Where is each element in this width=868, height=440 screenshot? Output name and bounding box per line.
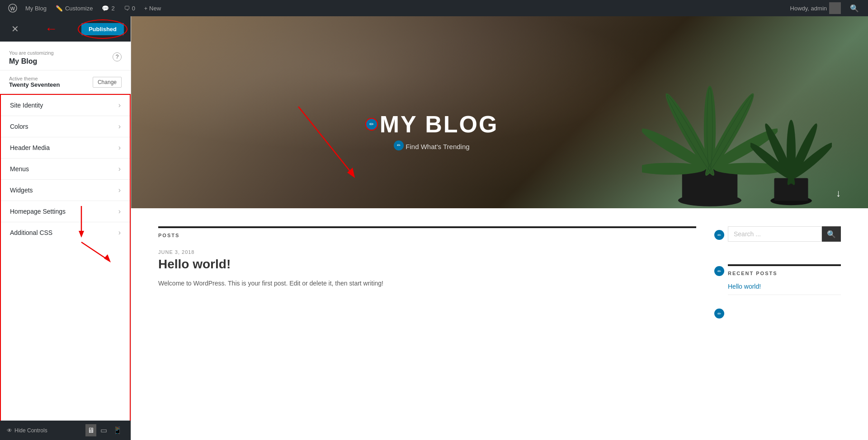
- edit-search-widget-icon[interactable]: ✏: [714, 230, 724, 240]
- theme-info: Active theme Twenty Seventeen: [9, 76, 60, 88]
- publish-btn-wrapper: Published: [81, 23, 124, 35]
- hero-title: MY BLOG: [380, 111, 499, 138]
- post-excerpt: Welcome to WordPress. This is your first…: [158, 278, 696, 288]
- menu-item-header-media[interactable]: Header Media ›: [1, 137, 130, 159]
- sidebar-column: ✏ 🔍 ✏ RECENT POSTS Hello world!: [714, 226, 841, 318]
- post-date: JUNE 3, 2018: [158, 249, 696, 255]
- new-content-link[interactable]: + New: [140, 0, 165, 16]
- post-title[interactable]: Hello world!: [158, 257, 696, 271]
- wp-logo[interactable]: W: [5, 0, 21, 16]
- menu-item-widgets[interactable]: Widgets ›: [1, 180, 130, 201]
- widgets-label: Widgets: [10, 187, 33, 194]
- comment-icon: 💬: [102, 5, 109, 12]
- blog-content-area: POSTS JUNE 3, 2018 Hello world! Welcome …: [131, 208, 868, 337]
- hero-subtitle: Find What's Trending: [406, 143, 469, 150]
- recent-posts-widget: RECENT POSTS Hello world!: [728, 264, 841, 295]
- active-theme-label: Active theme: [9, 76, 60, 81]
- arrow-left-annotation: ←: [45, 22, 57, 36]
- header-media-label: Header Media: [10, 144, 50, 151]
- chevron-right-icon: ›: [118, 229, 121, 237]
- customizer-menu: Site Identity › Colors › Header Media › …: [0, 94, 131, 440]
- preview-content: ✏ MY BLOG ✏ Find What's Trending ↓: [131, 16, 868, 440]
- new-content-label: + New: [144, 5, 161, 12]
- scroll-down-indicator: ↓: [836, 187, 841, 199]
- customize-label: Customize: [65, 5, 93, 12]
- customize-link[interactable]: ✏️ Customize: [51, 0, 97, 16]
- desktop-preview-button[interactable]: 🖥: [85, 424, 96, 436]
- mobile-preview-button[interactable]: 📱: [111, 424, 124, 436]
- howdy-text: Howdy, admin: [786, 2, 845, 14]
- posts-column: POSTS JUNE 3, 2018 Hello world! Welcome …: [158, 226, 696, 318]
- preview-area: ✏ MY BLOG ✏ Find What's Trending ↓: [131, 16, 868, 440]
- help-icon[interactable]: ?: [113, 52, 122, 61]
- eye-icon: 👁: [7, 427, 12, 434]
- chevron-right-icon: ›: [118, 207, 121, 215]
- customizer-sidebar: ✕ ← Published You are customizing My Blo…: [0, 16, 131, 440]
- theme-section: Active theme Twenty Seventeen Change: [0, 70, 131, 94]
- search-input[interactable]: [728, 226, 822, 242]
- edit-title-icon[interactable]: ✏: [365, 118, 378, 131]
- edit-bottom-icon[interactable]: ✏: [714, 309, 724, 318]
- chevron-right-icon: ›: [118, 144, 121, 152]
- customizing-label: You are customizing: [9, 50, 54, 56]
- customizer-footer: 👁 Hide Controls 🖥 ▭ 📱: [0, 421, 131, 440]
- close-button[interactable]: ✕: [7, 21, 23, 37]
- my-blog-label: My Blog: [25, 5, 47, 12]
- chevron-right-icon: ›: [118, 101, 121, 109]
- blog-hero: ✏ MY BLOG ✏ Find What's Trending ↓: [131, 16, 868, 208]
- menu-item-homepage-settings[interactable]: Homepage Settings ›: [1, 201, 130, 222]
- hide-controls-button[interactable]: 👁 Hide Controls: [7, 427, 47, 434]
- svg-text:W: W: [10, 6, 15, 11]
- main-layout: ✕ ← Published You are customizing My Blo…: [0, 16, 868, 440]
- menu-item-colors[interactable]: Colors ›: [1, 116, 130, 137]
- comments-link[interactable]: 💬 2: [97, 0, 119, 16]
- edit-recent-posts-icon[interactable]: ✏: [714, 266, 724, 276]
- change-theme-button[interactable]: Change: [93, 77, 122, 88]
- recent-posts-title: RECENT POSTS: [728, 264, 841, 276]
- publish-button[interactable]: Published: [81, 23, 124, 35]
- chevron-right-icon: ›: [118, 165, 121, 173]
- recent-post-item[interactable]: Hello world!: [728, 283, 841, 295]
- comment-zero-count: 0: [132, 5, 135, 12]
- chevron-right-icon: ›: [118, 122, 121, 131]
- menus-label: Menus: [10, 165, 29, 173]
- avatar: [829, 2, 841, 14]
- customizer-info: You are customizing My Blog ?: [0, 42, 131, 70]
- chevron-right-icon: ›: [118, 186, 121, 194]
- theme-name: Twenty Seventeen: [9, 81, 60, 88]
- blog-title-overlay: ✏ MY BLOG ✏ Find What's Trending: [365, 111, 499, 150]
- tablet-preview-button[interactable]: ▭: [99, 424, 109, 436]
- my-blog-link[interactable]: My Blog: [21, 0, 51, 16]
- colors-label: Colors: [10, 123, 28, 130]
- site-identity-label: Site Identity: [10, 102, 43, 109]
- preview-controls: 🖥 ▭ 📱: [85, 424, 124, 436]
- wp-admin-bar: W My Blog ✏️ Customize 💬 2 🗨 0 + New How…: [0, 0, 868, 16]
- search-icon[interactable]: 🔍: [845, 4, 863, 13]
- hide-controls-label: Hide Controls: [14, 427, 47, 434]
- homepage-settings-label: Homepage Settings: [10, 208, 66, 215]
- additional-css-label: Additional CSS: [10, 229, 52, 236]
- succulent-small: [750, 95, 832, 208]
- comments-count: 2: [111, 5, 114, 12]
- comment-zero-link[interactable]: 🗨 0: [119, 0, 140, 16]
- edit-subtitle-icon[interactable]: ✏: [394, 140, 404, 150]
- customizer-header: ✕ ← Published: [0, 16, 131, 42]
- search-widget: 🔍: [728, 226, 841, 242]
- menu-item-additional-css[interactable]: Additional CSS ›: [1, 222, 130, 243]
- menu-item-site-identity[interactable]: Site Identity ›: [1, 95, 130, 116]
- comment-zero-icon: 🗨: [124, 5, 130, 12]
- blog-title: My Blog: [9, 57, 37, 66]
- pencil-icon: ✏️: [56, 5, 63, 12]
- menu-item-menus[interactable]: Menus ›: [1, 159, 130, 180]
- search-submit-button[interactable]: 🔍: [822, 226, 841, 242]
- posts-header: POSTS: [158, 226, 696, 238]
